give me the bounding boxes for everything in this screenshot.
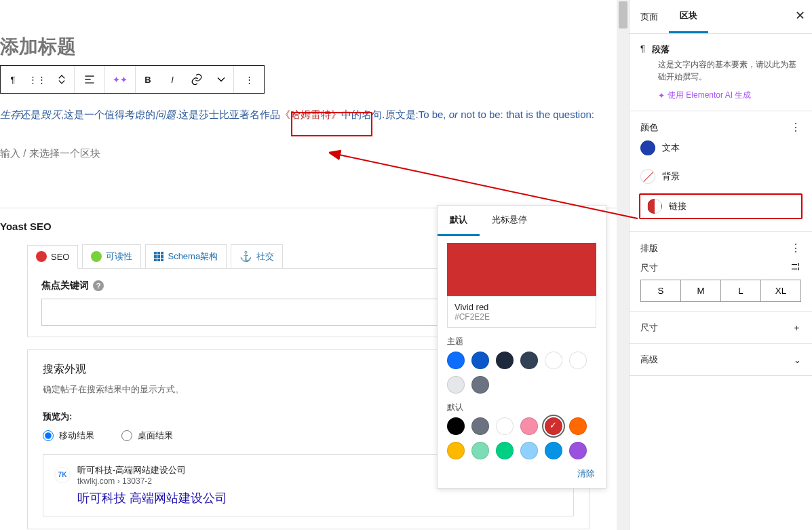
- dimensions-row[interactable]: 尺寸 ＋: [630, 312, 812, 344]
- serp-title: 听可科技 高端网站建设公司: [77, 490, 562, 506]
- color-tab-default[interactable]: 默认: [438, 206, 480, 236]
- typography-more[interactable]: ⋮: [790, 242, 801, 254]
- settings-sidebar: 页面 区块 ✕ ¶ 段落 这是文字内容的基本要素，请以此为基础开始撰写。 ✦使用…: [629, 0, 812, 530]
- text: .这是莎士比亚著名作品: [176, 109, 280, 120]
- text: 问题: [155, 109, 176, 120]
- sidebar-tab-page[interactable]: 页面: [630, 1, 669, 33]
- default-colors-heading: 默认: [447, 402, 596, 413]
- align-button[interactable]: [75, 66, 104, 93]
- default-color-swatch[interactable]: [496, 417, 514, 435]
- default-color-swatch[interactable]: [569, 442, 587, 459]
- default-color-swatch[interactable]: [545, 417, 562, 435]
- default-color-swatch[interactable]: [471, 417, 489, 435]
- yoast-tab-seo[interactable]: SEO: [27, 245, 78, 269]
- background-color-button[interactable]: 背景: [640, 162, 801, 191]
- text: ,这是一个值得考虑的: [61, 109, 155, 120]
- color-picker-popover: 默认 光标悬停 Vivid red #CF2E2E 主题 默认 清除: [437, 205, 606, 489]
- size-button-xl[interactable]: XL: [761, 280, 800, 301]
- yoast-tab-social[interactable]: ⚓社交: [231, 244, 283, 268]
- text-color-swatch: [640, 140, 655, 155]
- color-tab-hover[interactable]: 光标悬停: [480, 206, 539, 236]
- size-button-m[interactable]: M: [681, 280, 721, 301]
- size-button-l[interactable]: L: [721, 280, 761, 301]
- text: 毁灭: [41, 109, 61, 120]
- serp-site-name: 听可科技-高端网站建设公司: [77, 464, 186, 476]
- default-color-swatch[interactable]: [471, 442, 489, 459]
- theme-color-swatch[interactable]: [520, 352, 538, 369]
- clear-color-button[interactable]: 清除: [438, 459, 606, 488]
- text: or: [449, 109, 458, 120]
- link-color-swatch: [647, 199, 662, 214]
- theme-color-swatch[interactable]: [447, 352, 465, 369]
- link-color-button[interactable]: 链接: [639, 193, 803, 219]
- chevron-down-icon: ⌄: [794, 355, 801, 365]
- drag-handle-icon[interactable]: ⋮⋮: [25, 66, 50, 93]
- advanced-row[interactable]: 高级 ⌄: [630, 344, 812, 376]
- default-color-swatch[interactable]: [496, 442, 514, 459]
- preview-mobile-radio[interactable]: 移动结果: [43, 430, 94, 442]
- theme-color-swatch[interactable]: [569, 352, 587, 369]
- theme-color-swatch[interactable]: [447, 376, 465, 394]
- default-color-swatch[interactable]: [447, 417, 465, 435]
- theme-color-swatch[interactable]: [545, 352, 562, 369]
- text: 中的名句.原文是:To be,: [341, 109, 448, 120]
- schema-icon: [154, 252, 163, 261]
- theme-color-swatch[interactable]: [471, 352, 489, 369]
- theme-color-swatch[interactable]: [471, 376, 489, 394]
- close-sidebar-button[interactable]: ✕: [795, 8, 805, 23]
- sparkle-icon: ✦: [658, 91, 665, 100]
- preview-desktop-radio[interactable]: 桌面结果: [121, 430, 173, 442]
- block-appender[interactable]: 输入 / 来选择一个区块: [0, 147, 617, 160]
- link-button[interactable]: [185, 66, 209, 93]
- ai-sparkle-button[interactable]: ✦✦: [105, 66, 135, 93]
- search-appearance-heading: 搜索外观: [43, 362, 86, 377]
- text: not to be: that is the question:: [458, 109, 594, 120]
- bold-button[interactable]: B: [136, 66, 160, 93]
- color-section-more[interactable]: ⋮: [790, 121, 801, 134]
- sidebar-tab-block[interactable]: 区块: [669, 0, 708, 33]
- size-button-s[interactable]: S: [641, 280, 681, 301]
- favicon-icon: 7K: [54, 467, 71, 483]
- help-icon[interactable]: ?: [93, 280, 104, 291]
- block-options-button[interactable]: ⋮: [234, 66, 264, 93]
- theme-color-swatch[interactable]: [496, 352, 514, 369]
- paragraph-block-icon[interactable]: ¶: [1, 66, 25, 93]
- link-text[interactable]: 《哈姆雷特》: [280, 109, 341, 120]
- italic-button[interactable]: I: [160, 66, 185, 93]
- size-settings-icon[interactable]: [790, 261, 801, 274]
- post-title-input[interactable]: 添加标题: [0, 0, 617, 65]
- bg-color-swatch: [640, 169, 655, 184]
- current-color-label: Vivid red #CF2E2E: [447, 296, 596, 328]
- more-rich-text-dropdown[interactable]: [209, 66, 233, 93]
- typography-heading: 排版: [640, 242, 658, 254]
- elementor-ai-link[interactable]: ✦使用 Elementor AI 生成: [640, 90, 801, 101]
- text: 还是: [20, 109, 41, 120]
- text: 生存: [0, 109, 20, 120]
- size-label: 尺寸: [640, 262, 658, 274]
- text-color-button[interactable]: 文本: [640, 134, 801, 162]
- plus-icon: ＋: [792, 322, 801, 334]
- paragraph-icon: ¶: [640, 43, 645, 54]
- default-color-swatch[interactable]: [520, 442, 538, 459]
- share-icon: ⚓: [239, 250, 252, 263]
- move-arrows-icon[interactable]: [50, 66, 74, 93]
- default-color-swatch[interactable]: [545, 442, 562, 459]
- main-scrollbar[interactable]: [617, 0, 629, 530]
- block-toolbar: ¶ ⋮⋮ ✦✦ B I ⋮: [0, 65, 265, 94]
- block-description: 这是文字内容的基本要素，请以此为基础开始撰写。: [640, 58, 801, 83]
- seo-score-icon: [36, 251, 47, 262]
- readability-score-icon: [91, 251, 102, 262]
- default-color-swatch[interactable]: [569, 417, 587, 435]
- paragraph-block[interactable]: 生存还是毁灭,这是一个值得考虑的问题.这是莎士比亚著名作品《哈姆雷特》中的名句.…: [0, 106, 617, 124]
- yoast-tab-schema[interactable]: Schema架构: [145, 244, 227, 268]
- serp-url: tkwlkj.com › 13037-2: [77, 476, 186, 486]
- block-name: 段落: [652, 43, 670, 56]
- default-color-swatch[interactable]: [520, 417, 538, 435]
- color-section-heading: 颜色: [640, 121, 658, 134]
- yoast-tab-readability[interactable]: 可读性: [82, 244, 141, 268]
- default-color-swatch[interactable]: [447, 442, 465, 459]
- current-color-swatch[interactable]: [447, 243, 596, 296]
- theme-colors-heading: 主题: [447, 336, 596, 347]
